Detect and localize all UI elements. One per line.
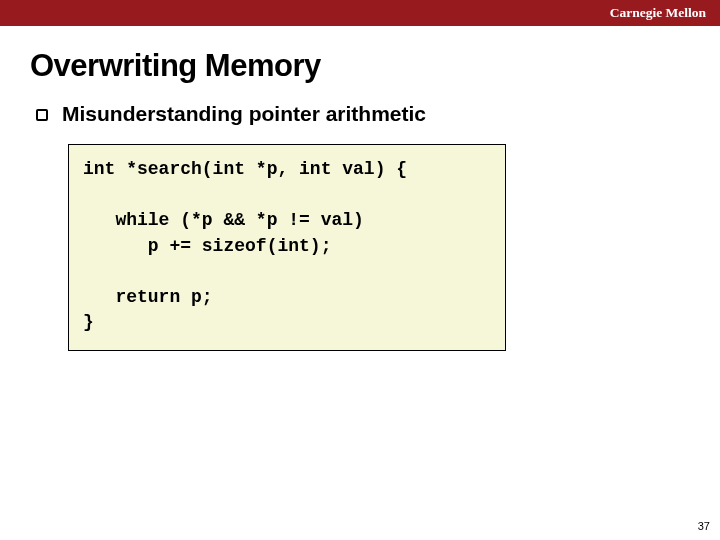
bullet-item: Misunderstanding pointer arithmetic: [36, 102, 720, 126]
slide-title: Overwriting Memory: [30, 48, 720, 84]
page-number: 37: [698, 520, 710, 532]
header-bar: Carnegie Mellon: [0, 0, 720, 26]
bullet-text: Misunderstanding pointer arithmetic: [62, 102, 426, 126]
institution-name: Carnegie Mellon: [610, 5, 706, 21]
code-block: int *search(int *p, int val) { while (*p…: [68, 144, 506, 351]
bullet-marker-icon: [36, 109, 48, 121]
